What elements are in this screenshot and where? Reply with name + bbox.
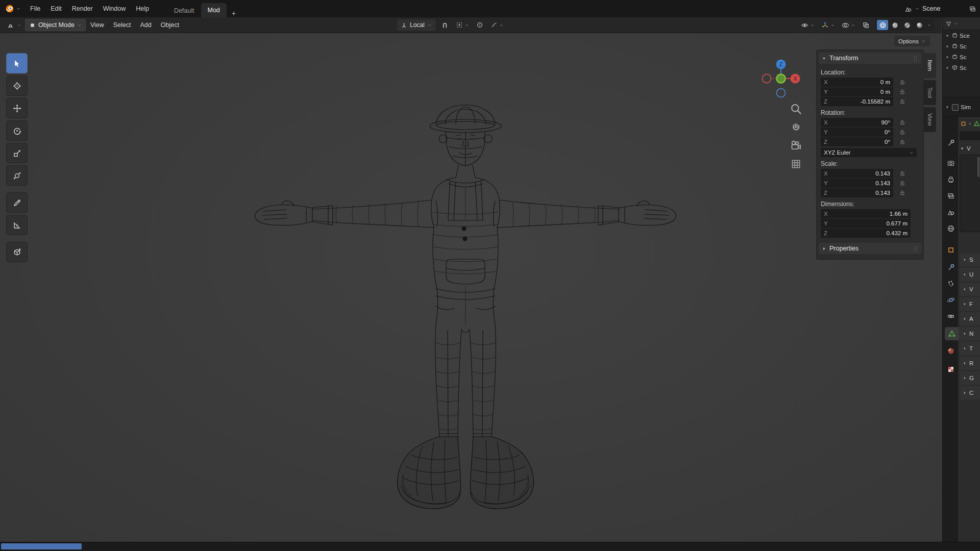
panel-normals[interactable]: N bbox=[960, 327, 980, 340]
tool-measure[interactable] bbox=[6, 215, 28, 235]
chevron-down-icon[interactable] bbox=[954, 21, 959, 26]
navigation-gizmo[interactable]: Z X bbox=[757, 55, 804, 102]
editor-type-button[interactable] bbox=[3, 19, 25, 31]
mode-dropdown[interactable]: Object Mode bbox=[25, 19, 86, 31]
sim-checkbox[interactable] bbox=[952, 104, 959, 111]
scale-x-field[interactable]: X0.143 bbox=[821, 169, 893, 178]
outliner-row-collection[interactable]: Sc bbox=[943, 62, 980, 73]
panel-texture-space[interactable]: T bbox=[960, 342, 980, 355]
menu-object[interactable]: Object bbox=[156, 17, 184, 33]
menu-add[interactable]: Add bbox=[136, 17, 156, 33]
properties-tab-object-data[interactable] bbox=[945, 327, 959, 340]
panel-attributes[interactable]: A bbox=[960, 312, 980, 325]
shading-wireframe-button[interactable] bbox=[877, 20, 888, 30]
rotation-y-field[interactable]: Y0° bbox=[821, 128, 893, 137]
properties-tab-texture[interactable] bbox=[944, 363, 958, 376]
outliner-sim-row[interactable]: Sim bbox=[942, 97, 980, 117]
tool-move[interactable] bbox=[6, 98, 28, 118]
vertex-groups-list[interactable] bbox=[960, 155, 980, 232]
properties-tab-physics[interactable] bbox=[944, 293, 958, 307]
proportional-editing-toggle[interactable] bbox=[475, 19, 485, 31]
sidebar-tab-view[interactable]: View bbox=[923, 107, 936, 132]
shading-rendered-button[interactable] bbox=[914, 20, 925, 30]
options-dropdown[interactable]: Options bbox=[894, 36, 930, 46]
outliner-row-collection[interactable]: Sc bbox=[943, 41, 980, 52]
chevron-down-icon[interactable] bbox=[927, 23, 932, 28]
zoom-icon[interactable] bbox=[790, 103, 802, 115]
tool-cursor[interactable] bbox=[6, 76, 28, 96]
pan-hand-icon[interactable] bbox=[790, 121, 802, 133]
lock-button[interactable] bbox=[899, 170, 905, 177]
menu-select[interactable]: Select bbox=[109, 17, 136, 33]
panel-custom-properties[interactable]: C bbox=[960, 386, 980, 399]
panel-shape-keys[interactable]: S bbox=[960, 253, 980, 266]
properties-tab-tool[interactable] bbox=[944, 136, 958, 149]
rotation-mode-dropdown[interactable]: XYZ Euler bbox=[821, 148, 917, 157]
menu-view[interactable]: View bbox=[86, 17, 109, 33]
tool-select-box[interactable] bbox=[6, 53, 28, 73]
ortho-grid-icon[interactable] bbox=[790, 158, 802, 170]
panel-drag-dots-icon[interactable] bbox=[912, 245, 919, 252]
panel-geometry-data[interactable]: G bbox=[960, 371, 980, 385]
menu-window[interactable]: Window bbox=[98, 0, 131, 17]
tool-scale[interactable] bbox=[6, 143, 28, 163]
properties-tab-modifiers[interactable] bbox=[944, 261, 958, 274]
scene-selector[interactable]: Scene bbox=[904, 0, 940, 17]
shading-solid-button[interactable] bbox=[889, 20, 900, 30]
properties-tab-object[interactable] bbox=[944, 243, 958, 257]
xray-toggle[interactable] bbox=[861, 19, 871, 31]
lock-button[interactable] bbox=[899, 89, 905, 95]
vertex-groups-panel-header[interactable]: V bbox=[960, 145, 980, 152]
overlays-toggle[interactable] bbox=[841, 19, 856, 31]
menu-file[interactable]: File bbox=[25, 0, 45, 17]
object-visibility-dropdown[interactable] bbox=[800, 19, 816, 31]
transform-orientation-dropdown[interactable]: Local bbox=[397, 19, 435, 31]
panel-face-maps[interactable]: F bbox=[960, 297, 980, 311]
filter-funnel-icon[interactable] bbox=[945, 20, 952, 27]
properties-tab-particles[interactable] bbox=[944, 277, 958, 290]
snap-settings-dropdown[interactable] bbox=[454, 19, 471, 31]
menu-edit[interactable]: Edit bbox=[45, 0, 67, 17]
properties-tab-constraints[interactable] bbox=[944, 310, 958, 323]
workspace-tab-mod[interactable]: Mod bbox=[201, 3, 227, 17]
panel-uv-maps[interactable]: U bbox=[960, 268, 980, 281]
sidebar-tab-tool[interactable]: Tool bbox=[923, 80, 936, 105]
outliner-row-collection[interactable]: Sc bbox=[943, 52, 980, 62]
shading-material-button[interactable] bbox=[901, 20, 913, 30]
lock-button[interactable] bbox=[899, 139, 905, 145]
outliner-row-scene-collection[interactable]: Sce bbox=[943, 30, 980, 41]
gizmos-toggle[interactable] bbox=[820, 19, 836, 31]
scale-z-field[interactable]: Z0.143 bbox=[821, 188, 893, 197]
properties-tab-output[interactable] bbox=[944, 173, 958, 186]
scale-y-field[interactable]: Y0.143 bbox=[821, 179, 893, 188]
lock-button[interactable] bbox=[899, 98, 905, 105]
sidebar-tab-item[interactable]: Item bbox=[923, 53, 936, 78]
properties-tab-world[interactable] bbox=[944, 222, 958, 235]
datablock-name-field[interactable] bbox=[960, 131, 980, 140]
lock-button[interactable] bbox=[899, 190, 905, 196]
menu-render[interactable]: Render bbox=[67, 0, 98, 17]
panel-remesh[interactable]: R bbox=[960, 357, 980, 370]
app-menu-button[interactable] bbox=[0, 4, 25, 13]
panel-vertex-colors[interactable]: V bbox=[960, 283, 980, 296]
proportional-falloff-dropdown[interactable] bbox=[489, 19, 505, 31]
dimensions-x-field[interactable]: X1.66 m bbox=[821, 209, 911, 218]
transform-panel-header[interactable]: Transform bbox=[819, 53, 921, 64]
camera-view-icon[interactable] bbox=[790, 140, 802, 152]
tool-add-cube[interactable] bbox=[6, 242, 28, 262]
workspace-tab-default[interactable]: Default bbox=[167, 4, 201, 17]
properties-tab-view-layer[interactable] bbox=[944, 189, 958, 203]
add-workspace-button[interactable]: + bbox=[227, 9, 241, 17]
gizmo-y-axis[interactable] bbox=[777, 74, 786, 83]
panel-drag-dots-icon[interactable] bbox=[912, 55, 919, 62]
properties-panel-header[interactable]: Properties bbox=[819, 243, 921, 254]
menu-help[interactable]: Help bbox=[131, 0, 154, 17]
gizmo-x-negative[interactable] bbox=[763, 74, 771, 83]
dimensions-z-field[interactable]: Z0.432 m bbox=[821, 229, 911, 238]
tool-rotate[interactable] bbox=[6, 120, 28, 141]
rotation-x-field[interactable]: X90° bbox=[821, 118, 893, 127]
location-z-field[interactable]: Z-0.15582 m bbox=[821, 97, 893, 106]
lock-button[interactable] bbox=[899, 180, 905, 186]
properties-tab-scene[interactable] bbox=[944, 206, 958, 219]
location-y-field[interactable]: Y0 m bbox=[821, 87, 893, 96]
